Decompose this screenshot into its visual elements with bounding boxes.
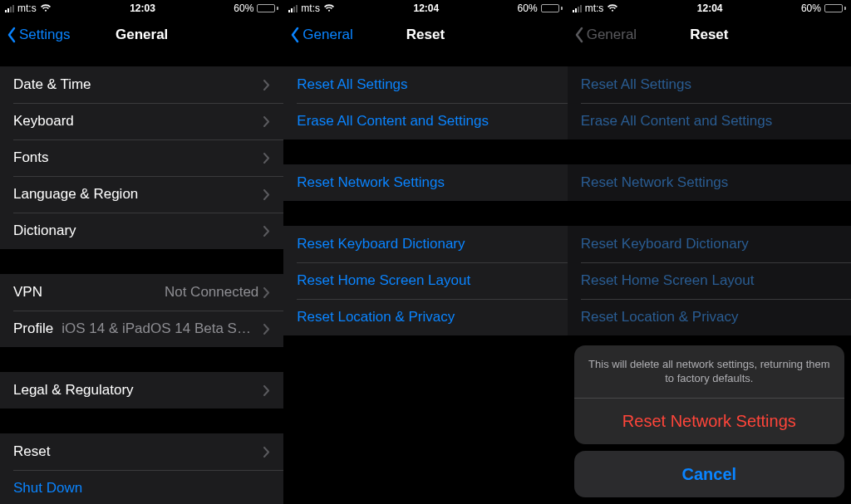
action-sheet-message: This will delete all network settings, r…: [574, 345, 844, 398]
row-reset-network[interactable]: Reset Network Settings: [568, 164, 851, 201]
row-reset-keyboard-dict[interactable]: Reset Keyboard Dictionary: [568, 226, 851, 262]
row-legal[interactable]: Legal & Regulatory: [0, 372, 283, 409]
row-label: Reset Location & Privacy: [581, 309, 838, 325]
status-time: 12:04: [413, 2, 439, 14]
row-label: VPN: [13, 284, 165, 301]
chevron-right-icon: [263, 189, 270, 200]
back-label: General: [303, 27, 352, 43]
row-reset[interactable]: Reset: [0, 433, 283, 470]
row-label: Reset Location & Privacy: [297, 309, 553, 325]
chevron-back-icon: [7, 27, 17, 43]
row-reset-all-settings[interactable]: Reset All Settings: [283, 66, 567, 103]
chevron-right-icon: [263, 324, 270, 335]
chevron-right-icon: [263, 447, 270, 458]
chevron-right-icon: [263, 153, 270, 164]
row-label: Fonts: [13, 149, 263, 166]
row-label: Reset Keyboard Dictionary: [581, 236, 838, 252]
row-shutdown[interactable]: Shut Down: [0, 470, 283, 504]
carrier-label: mt:s: [585, 2, 604, 14]
screen-reset-confirm: mt:s 12:04 60% General Reset Reset All S…: [568, 0, 851, 504]
battery-pct: 60%: [234, 2, 253, 14]
row-label: Erase All Content and Settings: [297, 113, 553, 130]
nav-bar: General Reset: [568, 17, 851, 53]
row-label: Reset All Settings: [297, 76, 553, 93]
row-dictionary[interactable]: Dictionary: [0, 213, 283, 249]
group-3: Reset Keyboard Dictionary Reset Home Scr…: [283, 226, 567, 335]
battery-pct: 60%: [801, 2, 821, 14]
wifi-icon: [40, 4, 52, 12]
row-erase-all[interactable]: Erase All Content and Settings: [283, 103, 567, 139]
row-value: Not Connected: [165, 284, 258, 301]
signal-bars-icon: [5, 4, 14, 12]
status-time: 12:04: [697, 2, 723, 14]
row-label: Reset All Settings: [581, 76, 838, 93]
action-sheet-cancel-button[interactable]: Cancel: [574, 451, 844, 497]
row-reset-home-layout[interactable]: Reset Home Screen Layout: [568, 262, 851, 299]
row-profile[interactable]: Profile iOS 14 & iPadOS 14 Beta Softwar…: [0, 311, 283, 347]
wifi-icon: [323, 4, 335, 12]
group-2: Reset Network Settings: [283, 164, 567, 201]
row-reset-all-settings[interactable]: Reset All Settings: [568, 66, 851, 103]
chevron-right-icon: [263, 385, 270, 396]
back-label: Settings: [19, 27, 70, 43]
nav-bar: General Reset: [283, 17, 567, 53]
battery-pct: 60%: [518, 2, 538, 14]
chevron-right-icon: [263, 80, 270, 91]
carrier-label: mt:s: [17, 2, 37, 14]
group-1: Reset All Settings Erase All Content and…: [568, 66, 851, 139]
back-button[interactable]: Settings: [7, 27, 70, 43]
row-label: Reset Home Screen Layout: [297, 272, 553, 289]
carrier-label: mt:s: [301, 2, 320, 14]
row-label: Language & Region: [13, 186, 263, 203]
nav-bar: Settings General: [0, 17, 283, 53]
chevron-right-icon: [263, 287, 270, 298]
row-reset-location-privacy[interactable]: Reset Location & Privacy: [568, 299, 851, 335]
group-4: Reset Shut Down: [0, 433, 283, 504]
action-sheet-group: This will delete all network settings, r…: [574, 345, 844, 444]
button-label: Reset Network Settings: [622, 412, 796, 431]
row-label: Erase All Content and Settings: [581, 113, 838, 130]
row-label: Reset Network Settings: [297, 174, 553, 191]
battery-icon: [824, 4, 846, 12]
row-keyboard[interactable]: Keyboard: [0, 103, 283, 139]
wifi-icon: [607, 4, 618, 12]
status-bar: mt:s 12:04 60%: [283, 0, 567, 17]
group-1: Reset All Settings Erase All Content and…: [283, 66, 567, 139]
status-time: 12:03: [130, 2, 155, 14]
row-reset-keyboard-dict[interactable]: Reset Keyboard Dictionary: [283, 226, 567, 262]
row-label: Keyboard: [13, 113, 263, 130]
button-label: Cancel: [682, 465, 737, 484]
row-reset-network[interactable]: Reset Network Settings: [283, 164, 567, 201]
row-erase-all[interactable]: Erase All Content and Settings: [568, 103, 851, 139]
row-language-region[interactable]: Language & Region: [0, 176, 283, 213]
row-label: Dictionary: [13, 223, 263, 239]
row-value: iOS 14 & iPadOS 14 Beta Softwar…: [61, 321, 258, 337]
back-button[interactable]: General: [574, 27, 637, 43]
group-2: VPN Not Connected Profile iOS 14 & iPadO…: [0, 274, 283, 347]
chevron-back-icon: [574, 27, 584, 43]
row-fonts[interactable]: Fonts: [0, 139, 283, 176]
screen-reset: mt:s 12:04 60% General Reset Reset All S…: [283, 0, 567, 504]
screen-general: mt:s 12:03 60% Settings General Date & T…: [0, 0, 283, 504]
row-reset-home-layout[interactable]: Reset Home Screen Layout: [283, 262, 567, 299]
row-label: Date & Time: [13, 76, 263, 93]
signal-bars-icon: [573, 4, 582, 12]
status-bar: mt:s 12:04 60%: [568, 0, 851, 17]
row-label: Reset Network Settings: [581, 174, 838, 191]
chevron-right-icon: [263, 226, 270, 237]
group-2: Reset Network Settings: [568, 164, 851, 201]
battery-icon: [541, 4, 563, 12]
row-label: Reset Keyboard Dictionary: [297, 236, 553, 252]
back-label: General: [587, 27, 637, 43]
row-label: Reset Home Screen Layout: [581, 272, 838, 289]
row-vpn[interactable]: VPN Not Connected: [0, 274, 283, 311]
row-label: Shut Down: [13, 480, 270, 497]
action-sheet-destructive-button[interactable]: Reset Network Settings: [574, 398, 844, 444]
row-label: Legal & Regulatory: [13, 382, 263, 399]
back-button[interactable]: General: [290, 27, 352, 43]
row-date-time[interactable]: Date & Time: [0, 66, 283, 103]
row-label: Reset: [13, 443, 263, 460]
group-3: Reset Keyboard Dictionary Reset Home Scr…: [568, 226, 851, 335]
group-1: Date & Time Keyboard Fonts Language & Re…: [0, 66, 283, 249]
row-reset-location-privacy[interactable]: Reset Location & Privacy: [283, 299, 567, 335]
